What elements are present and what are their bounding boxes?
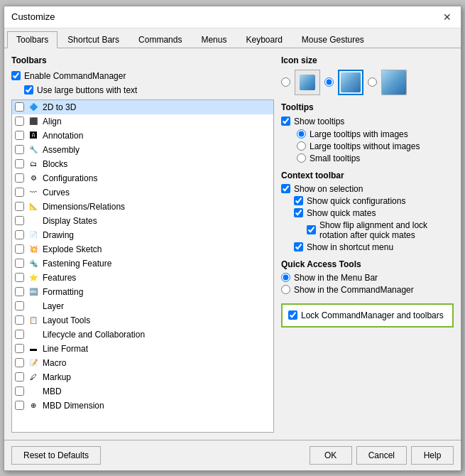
toolbar-item[interactable]: Layer: [12, 299, 273, 313]
tab-menus[interactable]: Menus: [192, 31, 236, 48]
tab-mouse-gestures[interactable]: Mouse Gestures: [292, 31, 373, 48]
tooltip-large-images-label: Large tooltips with images: [310, 129, 408, 139]
toolbar-item[interactable]: ⭐Features: [12, 271, 273, 285]
toolbar-item[interactable]: 〰Curves: [12, 185, 273, 200]
tooltips-title: Tooltips: [281, 102, 454, 112]
show-on-selection-label: Show on selection: [294, 184, 363, 194]
close-button[interactable]: ✕: [441, 11, 454, 23]
toolbar-item-checkbox[interactable]: [15, 401, 24, 410]
toolbar-item-checkbox[interactable]: [15, 301, 24, 310]
toolbar-item-label: Line Format: [43, 344, 88, 354]
ok-button[interactable]: OK: [310, 446, 352, 465]
icon-size-medium-btn[interactable]: [338, 70, 363, 95]
reset-defaults-button[interactable]: Reset to Defaults: [11, 446, 101, 465]
toolbar-item-icon: [28, 301, 39, 312]
toolbar-item[interactable]: 🔷2D to 3D: [12, 100, 273, 114]
content-area: Toolbars Enable CommandManager Use large…: [4, 48, 461, 440]
toolbar-item-checkbox[interactable]: [15, 145, 24, 154]
toolbar-item-icon: 🔤: [28, 286, 39, 298]
toolbar-item[interactable]: 📄Drawing: [12, 228, 273, 242]
toolbar-item[interactable]: ⬛Align: [12, 114, 273, 129]
show-in-shortcut-checkbox[interactable]: [294, 242, 303, 251]
toolbar-item[interactable]: 🅰Annotation: [12, 129, 273, 143]
toolbar-item[interactable]: Display States: [12, 214, 273, 228]
show-tooltips-row: Show tooltips: [281, 117, 454, 126]
tooltip-small-label: Small tooltips: [310, 153, 360, 163]
toolbar-item-checkbox[interactable]: [15, 287, 24, 296]
tab-bar: Toolbars Shortcut Bars Commands Menus Ke…: [4, 28, 461, 48]
right-panel: Icon size Tool: [281, 55, 454, 433]
toolbar-item-checkbox[interactable]: [15, 102, 24, 112]
toolbar-item[interactable]: MBD: [12, 384, 273, 399]
tooltip-large-images-radio[interactable]: [297, 129, 306, 139]
tooltip-small-radio[interactable]: [297, 153, 306, 163]
toolbar-item-checkbox[interactable]: [15, 188, 24, 197]
toolbar-item-checkbox[interactable]: [15, 273, 24, 282]
show-on-selection-checkbox[interactable]: [281, 184, 290, 193]
toolbar-item[interactable]: ⚙Configurations: [12, 171, 273, 185]
toolbar-item-icon: [28, 329, 39, 340]
show-flip-checkbox[interactable]: [307, 225, 316, 234]
cancel-button[interactable]: Cancel: [356, 446, 407, 465]
toolbar-item[interactable]: 🔩Fastening Feature: [12, 256, 273, 271]
toolbar-item-label: Curves: [43, 188, 70, 198]
toolbar-item-checkbox[interactable]: [15, 202, 24, 211]
toolbar-item-checkbox[interactable]: [15, 386, 24, 396]
toolbar-item-checkbox[interactable]: [15, 358, 24, 367]
toolbar-item[interactable]: 📐Dimensions/Relations: [12, 200, 273, 214]
icon-size-radio-medium[interactable]: [324, 77, 334, 87]
toolbar-item[interactable]: 💥Explode Sketch: [12, 242, 273, 256]
toolbar-item[interactable]: 🔤Formatting: [12, 285, 273, 299]
toolbar-item[interactable]: Lifecycle and Collaboration: [12, 328, 273, 342]
toolbar-item-label: Drawing: [43, 230, 74, 240]
show-cmd-manager-radio[interactable]: [281, 285, 290, 294]
tab-shortcut-bars[interactable]: Shortcut Bars: [58, 31, 128, 48]
toolbar-item[interactable]: 📝Macro: [12, 356, 273, 370]
toolbar-item-checkbox[interactable]: [15, 159, 24, 168]
show-quick-mates-checkbox[interactable]: [294, 208, 303, 217]
tab-keyboard[interactable]: Keyboard: [236, 31, 291, 48]
toolbar-list[interactable]: 🔷2D to 3D⬛Align🅰Annotation🔧Assembly🗂Bloc…: [12, 100, 273, 432]
toolbar-item[interactable]: ⊕MBD Dimension: [12, 399, 273, 413]
tab-toolbars[interactable]: Toolbars: [7, 31, 58, 48]
help-button[interactable]: Help: [411, 446, 454, 465]
toolbar-item-label: Markup: [43, 372, 71, 382]
toolbar-item-checkbox[interactable]: [15, 330, 24, 339]
toolbar-item[interactable]: 🖊Markup: [12, 370, 273, 384]
use-large-buttons-checkbox[interactable]: [24, 85, 33, 94]
show-quick-mates-label: Show quick mates: [307, 208, 376, 218]
toolbar-item[interactable]: 🔧Assembly: [12, 143, 273, 157]
icon-size-large-btn[interactable]: [381, 70, 407, 95]
toolbar-item-checkbox[interactable]: [15, 244, 24, 254]
show-quick-configs-checkbox[interactable]: [294, 196, 303, 205]
show-on-selection-row: Show on selection: [281, 184, 454, 194]
enable-cmd-manager-label: Enable CommandManager: [24, 71, 126, 81]
toolbar-item-icon: 🅰: [28, 130, 39, 141]
icon-size-radio-large[interactable]: [368, 77, 377, 87]
toolbar-item-icon: 💥: [28, 244, 39, 255]
toolbar-item-checkbox[interactable]: [15, 216, 24, 225]
show-menu-bar-radio[interactable]: [281, 273, 290, 282]
toolbar-item[interactable]: 🗂Blocks: [12, 157, 273, 171]
toolbar-item-checkbox[interactable]: [15, 259, 24, 268]
toolbar-item-checkbox[interactable]: [15, 315, 24, 325]
icon-size-small-btn[interactable]: [295, 70, 320, 95]
tab-commands[interactable]: Commands: [129, 31, 191, 48]
toolbar-item-checkbox[interactable]: [15, 131, 24, 140]
context-toolbar-section: Context toolbar Show on selection Show q…: [281, 171, 454, 252]
toolbar-item-label: Fastening Feature: [43, 259, 111, 269]
toolbar-item-checkbox[interactable]: [15, 344, 24, 353]
toolbar-item-icon: 📐: [28, 201, 39, 212]
toolbar-item-checkbox[interactable]: [15, 372, 24, 382]
toolbar-item-icon: 🔩: [28, 258, 39, 269]
tooltip-large-no-images-radio[interactable]: [297, 141, 306, 151]
toolbar-item-checkbox[interactable]: [15, 230, 24, 239]
lock-commandmanager-checkbox[interactable]: [288, 310, 297, 320]
show-tooltips-checkbox[interactable]: [281, 117, 290, 126]
enable-cmd-manager-checkbox[interactable]: [11, 71, 21, 80]
toolbar-item-checkbox[interactable]: [15, 173, 24, 183]
toolbar-item[interactable]: ▬Line Format: [12, 342, 273, 356]
icon-size-radio-small[interactable]: [281, 77, 290, 87]
toolbar-item[interactable]: 📋Layout Tools: [12, 313, 273, 328]
toolbar-item-checkbox[interactable]: [15, 117, 24, 126]
